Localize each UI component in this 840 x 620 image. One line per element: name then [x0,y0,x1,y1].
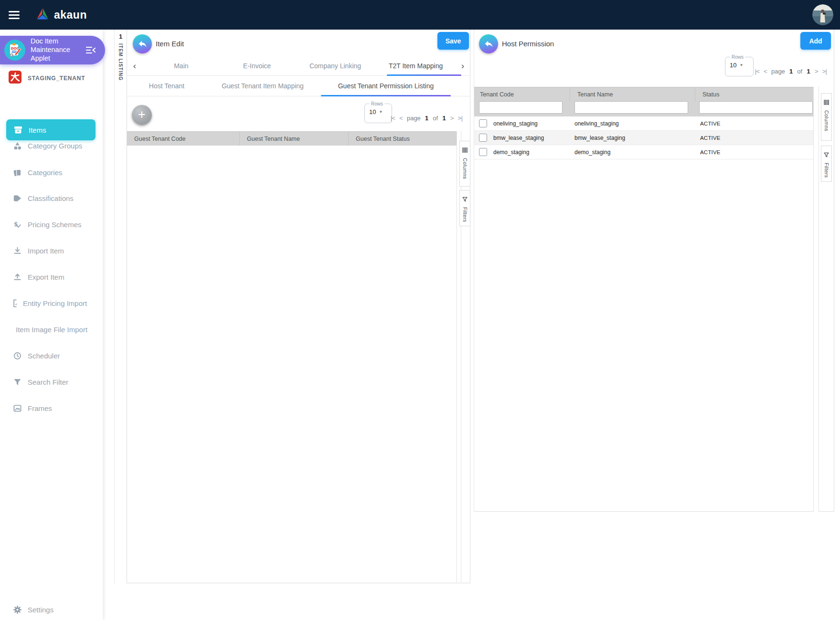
sidebar-item-search-filter[interactable]: Search Filter [0,372,103,391]
akaun-logo[interactable]: akaun [35,8,87,22]
last-page-button[interactable]: >| [822,68,827,75]
prev-page-button[interactable]: < [764,68,767,75]
sidebar-item-pricing-schemes[interactable]: $ Pricing Schemes [0,215,103,234]
next-page-button[interactable]: > [815,68,818,75]
sidebar-item-label: Export Item [28,273,64,281]
of-word: of [797,68,802,75]
columns-tab-label: Columns [462,158,468,179]
row-checkbox[interactable] [479,119,487,127]
column-header-tenant-code[interactable]: Tenant Code [474,87,570,102]
status-cell: ACTIVE [700,149,721,155]
tenant-name-cell: bmw_lease_staging [574,135,625,141]
sidebar-item-label: Category Groups [28,142,82,150]
tenant-badge: STAGING_TENANT [9,71,85,85]
row-checkbox[interactable] [479,134,487,142]
table-scrollbar[interactable] [813,87,819,512]
tabs-scroll-left-icon[interactable]: ‹ [127,61,142,71]
tab-t2t-item-mapping[interactable]: T2T Item Mapping [376,62,455,70]
item-listing-label: ITEM LISTING [118,43,123,81]
column-header-status[interactable]: Status [695,87,813,102]
subtab-guest-tenant-item-mapping[interactable]: Guest Tenant Item Mapping [206,82,319,90]
export-upload-icon [12,272,22,282]
tab-e-invoice[interactable]: E-Invoice [220,62,294,70]
filter-status-input[interactable] [699,101,813,114]
column-header-guest-tenant-code[interactable]: Guest Tenant Code [127,132,240,146]
save-button[interactable]: Save [437,32,469,50]
svg-text:DOC: DOC [11,47,19,51]
sidebar-item-frames[interactable]: Frames [0,399,103,418]
sidebar-item-export-item[interactable]: Export Item [0,267,103,286]
first-page-button[interactable]: |< [391,115,395,122]
entity-pricing-import-icon [12,298,17,308]
subtab-host-tenant[interactable]: Host Tenant [127,82,206,90]
row-checkbox[interactable] [479,148,487,156]
columns-icon [824,98,829,107]
column-header-tenant-name[interactable]: Tenant Name [570,87,695,102]
filters-tab-label: Filters [824,163,829,178]
next-page-button[interactable]: > [450,115,454,122]
prev-page-button[interactable]: < [399,115,403,122]
sidebar-item-settings[interactable]: Settings [0,600,103,619]
sidebar-item-label: Scheduler [28,352,60,360]
tab-company-linking[interactable]: Company Linking [294,62,377,70]
rows-per-page-select[interactable]: Rows 10▼ [364,101,392,123]
column-header-guest-tenant-status[interactable]: Guest Tenant Status [349,132,457,146]
columns-side-tab[interactable]: Columns [459,141,470,187]
import-download-icon [12,246,22,255]
columns-side-tab[interactable]: Columns [821,93,832,141]
categories-icon [12,168,22,177]
user-avatar[interactable] [812,4,833,25]
table-row[interactable]: bmw_lease_staging bmw_lease_staging ACTI… [474,131,813,145]
menu-fold-icon[interactable] [85,45,96,55]
table-row[interactable]: demo_staging demo_staging ACTIVE [474,145,813,159]
last-page-button[interactable]: >| [458,115,462,122]
tenant-name-cell: oneliving_staging [574,120,619,127]
current-page: 1 [425,115,429,122]
item-edit-subtabs: Host Tenant Guest Tenant Item Mapping Gu… [127,76,470,96]
hamburger-menu-icon[interactable] [9,9,23,21]
akaun-triangle-icon [35,8,50,22]
filter-tenant-name-input[interactable] [574,101,688,114]
sidebar-item-item-image-file-import[interactable]: Item Image File Import [0,320,103,339]
filters-side-tab[interactable]: Filters [821,146,832,182]
column-header-guest-tenant-name[interactable]: Guest Tenant Name [240,132,349,146]
tenant-code-cell: bmw_lease_staging [493,135,544,141]
back-button[interactable] [133,34,152,53]
rows-per-page-select[interactable]: Rows 10▼ [725,54,754,76]
back-button[interactable] [479,34,498,53]
add-guest-tenant-button[interactable]: + [132,105,152,125]
current-page: 1 [789,68,793,75]
tenant-logo-icon [9,71,21,85]
host-permission-panel: Host Permission Add Rows 10▼ |< < page 1… [474,30,834,512]
subtab-guest-tenant-permission-listing[interactable]: Guest Tenant Permission Listing [319,82,453,90]
tab-item-listing[interactable]: 1 ITEM LISTING [114,30,127,583]
dropdown-caret-icon: ▼ [379,110,383,114]
tenant-code-cell: demo_staging [493,149,529,156]
table-row[interactable]: oneliving_staging oneliving_staging ACTI… [474,116,813,131]
sidebar-item-import-item[interactable]: Import Item [0,241,103,260]
search-filter-funnel-icon [12,377,22,387]
sidebar-item-category-groups[interactable]: Category Groups [0,136,103,155]
app-screen: akaun [0,0,840,620]
sidebar-item-entity-pricing-import[interactable]: Entity Pricing Import [0,294,103,313]
first-page-button[interactable]: |< [755,68,759,75]
sidebar-item-label: Pricing Schemes [28,221,82,229]
sidebar-item-label: Categories [28,168,63,177]
sidebar-item-label: Frames [28,404,52,412]
add-button[interactable]: Add [800,32,831,50]
applet-header: DOC Doc Item Maintenance Applet [0,36,105,64]
filter-tenant-code-input[interactable] [479,101,563,114]
top-navbar: akaun [0,0,840,30]
tabs-scroll-right-icon[interactable]: › [455,61,470,71]
total-pages: 1 [807,68,810,75]
sidebar-item-categories[interactable]: Categories [0,163,103,182]
scheduler-clock-icon [12,351,22,360]
filters-icon [824,151,829,159]
sidebar-item-scheduler[interactable]: Scheduler [0,346,103,365]
guest-tenant-table-body-empty [127,146,457,582]
of-word: of [433,115,438,122]
tab-main[interactable]: Main [142,62,220,70]
sidebar-item-label: Item Image File Import [16,326,87,334]
sidebar-item-classifications[interactable]: Classifications [0,189,103,208]
filters-side-tab[interactable]: Filters [459,190,470,226]
